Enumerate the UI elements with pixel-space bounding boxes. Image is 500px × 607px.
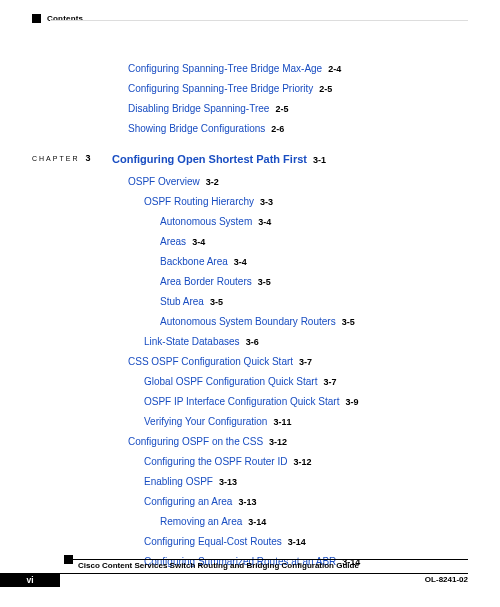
toc-entry-page: 2-5 (275, 103, 288, 116)
toc-entry-title[interactable]: Configuring Spanning-Tree Bridge Max-Age (128, 62, 322, 76)
toc-entry-title[interactable]: Backbone Area (160, 255, 228, 269)
toc-entry-page: 3-14 (248, 516, 266, 529)
toc-entry-title[interactable]: Configuring an Area (144, 495, 232, 509)
chapter-tag: CHAPTER 3 (32, 152, 90, 165)
toc-entry-page: 3-7 (299, 356, 312, 369)
toc-entry-title[interactable]: Autonomous System Boundary Routers (160, 315, 336, 329)
toc-entry: Configuring an Area3-13 (0, 495, 500, 509)
toc-entry-page: 3-4 (258, 216, 271, 229)
toc-entry-title[interactable]: Configuring Spanning-Tree Bridge Priorit… (128, 82, 313, 96)
toc-entry-page: 3-13 (238, 496, 256, 509)
toc-entry: Backbone Area3-4 (0, 255, 500, 269)
page-number: vi (0, 575, 60, 585)
toc-entry-title[interactable]: Enabling OSPF (144, 475, 213, 489)
toc-entry: Autonomous System Boundary Routers3-5 (0, 315, 500, 329)
toc-entry: Disabling Bridge Spanning-Tree2-5 (0, 102, 500, 116)
toc-entry: OSPF Routing Hierarchy3-3 (0, 195, 500, 209)
toc-entry-page: 3-3 (260, 196, 273, 209)
toc-entry: CSS OSPF Configuration Quick Start3-7 (0, 355, 500, 369)
toc-entry: OSPF IP Interface Configuration Quick St… (0, 395, 500, 409)
toc-entry: Configuring Equal-Cost Routes3-14 (0, 535, 500, 549)
toc-entry: Configuring the OSPF Router ID3-12 (0, 455, 500, 469)
toc-entry-page: 3-4 (234, 256, 247, 269)
toc-entry: OSPF Overview3-2 (0, 175, 500, 189)
page-header: Contents (32, 14, 83, 23)
toc-entry-page: 3-5 (342, 316, 355, 329)
toc-entry: Global OSPF Configuration Quick Start3-7 (0, 375, 500, 389)
page-footer: Cisco Content Services Switch Routing an… (0, 559, 500, 587)
toc-entry-title[interactable]: OSPF Overview (128, 175, 200, 189)
toc-entry-page: 2-6 (271, 123, 284, 136)
toc-entry: Configuring Spanning-Tree Bridge Max-Age… (0, 62, 500, 76)
toc-entry-page: 3-13 (219, 476, 237, 489)
chapter-row: CHAPTER 3 Configuring Open Shortest Path… (0, 152, 500, 167)
toc-entry-title[interactable]: Showing Bridge Configurations (128, 122, 265, 136)
toc-entry-page: 3-6 (246, 336, 259, 349)
toc-entry-page: 3-12 (293, 456, 311, 469)
toc-entry-page: 2-5 (319, 83, 332, 96)
header-rule (50, 20, 468, 21)
toc-entry: Removing an Area3-14 (0, 515, 500, 529)
toc-entry: Area Border Routers3-5 (0, 275, 500, 289)
toc-entry-title[interactable]: Disabling Bridge Spanning-Tree (128, 102, 269, 116)
toc-entry: Verifying Your Configuration3-11 (0, 415, 500, 429)
toc-entry-title[interactable]: Verifying Your Configuration (144, 415, 267, 429)
toc-entry-page: 3-7 (323, 376, 336, 389)
header-square-icon (32, 14, 41, 23)
toc-entry-title[interactable]: Area Border Routers (160, 275, 252, 289)
toc-entry-title[interactable]: OSPF Routing Hierarchy (144, 195, 254, 209)
toc-entry-page: 3-5 (210, 296, 223, 309)
toc-entry: Link-State Databases3-6 (0, 335, 500, 349)
toc-entry-title[interactable]: Areas (160, 235, 186, 249)
book-title: Cisco Content Services Switch Routing an… (64, 560, 468, 570)
toc-entry: Configuring Spanning-Tree Bridge Priorit… (0, 82, 500, 96)
toc-entry-title[interactable]: Global OSPF Configuration Quick Start (144, 375, 317, 389)
header-label: Contents (47, 14, 83, 23)
toc-entry-title[interactable]: Stub Area (160, 295, 204, 309)
toc-entry: Autonomous System3-4 (0, 215, 500, 229)
toc-entry-page: 2-4 (328, 63, 341, 76)
toc-entry-page: 3-12 (269, 436, 287, 449)
toc-entry-page: 3-14 (288, 536, 306, 549)
toc-entry-title[interactable]: Removing an Area (160, 515, 242, 529)
toc-entry: Areas3-4 (0, 235, 500, 249)
toc-entry-page: 3-4 (192, 236, 205, 249)
toc-entry-title[interactable]: Autonomous System (160, 215, 252, 229)
toc-entry-title[interactable]: Configuring the OSPF Router ID (144, 455, 287, 469)
toc-entry-page: 3-5 (258, 276, 271, 289)
toc-entry: Configuring OSPF on the CSS3-12 (0, 435, 500, 449)
chapter-page: 3-1 (313, 154, 326, 167)
toc-entry-page: 3-11 (273, 416, 291, 429)
toc-entry: Enabling OSPF3-13 (0, 475, 500, 489)
doc-id: OL-8241-02 (425, 575, 468, 584)
toc-entry-title[interactable]: Configuring Equal-Cost Routes (144, 535, 282, 549)
toc-entry-title[interactable]: CSS OSPF Configuration Quick Start (128, 355, 293, 369)
toc-entry-title[interactable]: OSPF IP Interface Configuration Quick St… (144, 395, 339, 409)
toc-entry-title[interactable]: Link-State Databases (144, 335, 240, 349)
toc-entry-page: 3-9 (345, 396, 358, 409)
toc-entry: Showing Bridge Configurations2-6 (0, 122, 500, 136)
toc-entry: Stub Area3-5 (0, 295, 500, 309)
toc-content: Configuring Spanning-Tree Bridge Max-Age… (0, 62, 500, 575)
toc-entry-page: 3-2 (206, 176, 219, 189)
toc-entry-title[interactable]: Configuring OSPF on the CSS (128, 435, 263, 449)
chapter-title[interactable]: Configuring Open Shortest Path First (112, 152, 307, 167)
